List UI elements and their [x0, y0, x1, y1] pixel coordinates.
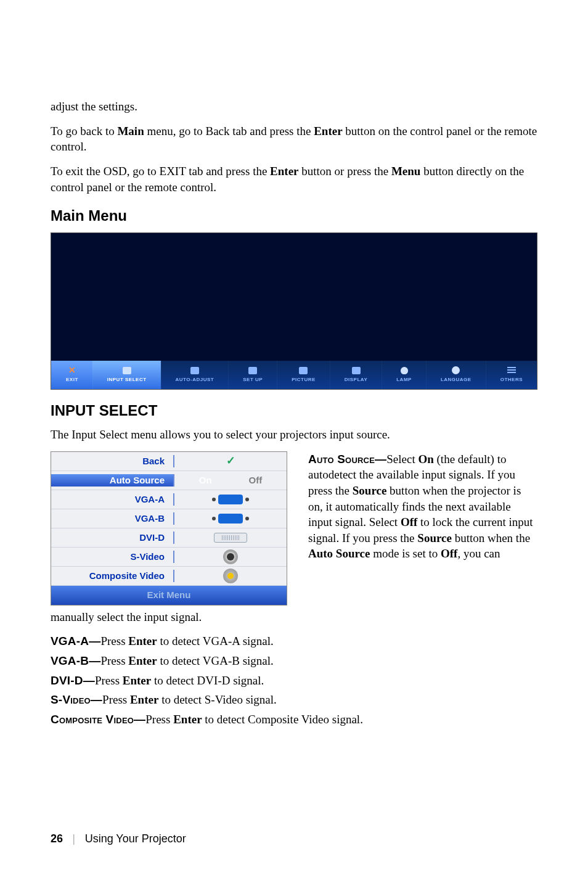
tab-label: SET UP: [243, 377, 263, 384]
osd-label: VGA-B: [51, 512, 174, 525]
label-auto-source: Auto Source—: [308, 453, 386, 466]
text: to detect Composite Video signal.: [202, 713, 363, 726]
tab-display: DISPLAY: [330, 361, 382, 389]
bold-main: Main: [117, 125, 144, 138]
bold-enter: Enter: [314, 125, 342, 138]
text: button when the: [452, 532, 530, 544]
composite-port-icon: [223, 569, 238, 583]
bold-on: On: [418, 453, 433, 466]
option-on: On: [199, 474, 212, 487]
bold-enter: Enter: [128, 635, 157, 647]
paragraph-go-back: To go back to Main menu, go to Back tab …: [51, 123, 537, 155]
text: , you can: [457, 547, 500, 560]
check-icon: ✓: [226, 453, 235, 468]
option-off: Off: [249, 474, 263, 487]
tab-label: EXIT: [66, 377, 78, 384]
vga-port-icon: [218, 495, 243, 504]
osd-main-menu-screenshot: ✕ EXIT INPUT SELECT AUTO-ADJUST SET UP P…: [51, 232, 537, 390]
osd-label: Composite Video: [51, 570, 174, 582]
text: to detect VGA-B signal.: [157, 654, 274, 667]
osd-row-s-video: S-Video: [51, 548, 287, 567]
globe-icon: [451, 366, 461, 375]
label: VGA-B—: [51, 654, 100, 667]
text: to detect DVI-D signal.: [151, 674, 264, 687]
paragraph-tail: manually select the input signal.: [51, 609, 537, 625]
label: Composite Video—: [51, 713, 145, 726]
dvi-port-icon: [214, 533, 247, 543]
bold-menu: Menu: [391, 165, 421, 178]
bold-auto-source: Auto Source: [308, 547, 370, 560]
tab-label: OTHERS: [500, 377, 523, 384]
paragraph-auto-source: Auto Source—Select On (the default) to a…: [308, 451, 537, 606]
def-vga-a: VGA-A—Press Enter to detect VGA-A signal…: [51, 633, 537, 649]
text: Press: [100, 635, 128, 647]
paragraph-input-select-desc: The Input Select menu allows you to sele…: [51, 427, 537, 443]
tab-lamp: LAMP: [382, 361, 426, 389]
text: To go back to: [51, 125, 117, 138]
tab-picture: PICTURE: [277, 361, 330, 389]
bold-enter: Enter: [130, 693, 158, 706]
picture-icon: [298, 366, 308, 375]
text: to detect VGA-A signal.: [157, 635, 274, 647]
check-icon: ✓: [529, 588, 539, 602]
osd-label: Back: [51, 455, 174, 467]
osd-row-composite: Composite Video: [51, 567, 287, 586]
text: Press: [145, 713, 173, 726]
lamp-icon: [399, 366, 409, 375]
paragraph-exit-osd: To exit the OSD, go to EXIT tab and pres…: [51, 163, 537, 195]
auto-adjust-icon: [190, 366, 200, 375]
tab-label: PICTURE: [292, 377, 316, 384]
setup-icon: [248, 366, 258, 375]
chapter-title: Using Your Projector: [85, 831, 186, 846]
bold-source: Source: [353, 484, 387, 497]
tab-language: LANGUAGE: [426, 361, 486, 389]
tab-others: OTHERS: [486, 361, 537, 389]
label: VGA-A—: [51, 635, 100, 647]
heading-main-menu: Main Menu: [51, 206, 537, 226]
bold-enter: Enter: [123, 674, 151, 687]
tab-exit: ✕ EXIT: [51, 361, 92, 389]
osd-row-exit-menu: Exit Menu ✓: [51, 586, 287, 605]
osd-row-dvi-d: DVI-D: [51, 528, 287, 548]
tab-label: AUTO-ADJUST: [176, 377, 214, 384]
bold-off: Off: [441, 547, 457, 560]
osd-row-auto-source: Auto Source On Off: [51, 471, 287, 490]
page-number: 26: [51, 831, 63, 846]
def-composite: Composite Video—Press Enter to detect Co…: [51, 712, 537, 728]
input-icon: [122, 366, 132, 375]
label: S-Video—: [51, 693, 102, 706]
tab-label: INPUT SELECT: [107, 377, 147, 384]
osd-label: Exit Menu: [51, 589, 287, 601]
osd-row-vga-a: VGA-A: [51, 490, 287, 509]
text: Press: [102, 693, 130, 706]
svideo-port-icon: [223, 549, 238, 564]
footer-separator: |: [73, 831, 75, 846]
text: to detect S-Video signal.: [158, 693, 276, 706]
osd-tab-bar: ✕ EXIT INPUT SELECT AUTO-ADJUST SET UP P…: [51, 361, 537, 389]
def-s-video: S-Video—Press Enter to detect S-Video si…: [51, 692, 537, 708]
text: button or press the: [299, 165, 391, 178]
tab-auto-adjust: AUTO-ADJUST: [161, 361, 229, 389]
text: To exit the OSD, go to EXIT tab and pres…: [51, 165, 270, 178]
text: Press: [100, 654, 128, 667]
bold-enter: Enter: [173, 713, 202, 726]
osd-row-back: Back ✓: [51, 452, 287, 471]
tab-label: DISPLAY: [345, 377, 367, 384]
label: DVI-D—: [51, 674, 95, 687]
vga-port-icon: [218, 514, 243, 524]
display-icon: [351, 366, 361, 375]
tab-label: LANGUAGE: [441, 377, 472, 384]
bold-enter: Enter: [270, 165, 298, 178]
tab-set-up: SET UP: [228, 361, 277, 389]
def-vga-b: VGA-B—Press Enter to detect VGA-B signal…: [51, 653, 537, 669]
paragraph-adjust: adjust the settings.: [51, 99, 537, 115]
osd-label: VGA-A: [51, 493, 174, 506]
osd-label: DVI-D: [51, 532, 174, 544]
bold-enter: Enter: [128, 654, 157, 667]
text: mode is set to: [370, 547, 441, 560]
osd-label: S-Video: [51, 551, 174, 563]
text: Press: [95, 674, 123, 687]
close-x-icon: ✕: [67, 366, 77, 375]
list-icon: [507, 366, 517, 375]
bold-source: Source: [417, 532, 452, 544]
